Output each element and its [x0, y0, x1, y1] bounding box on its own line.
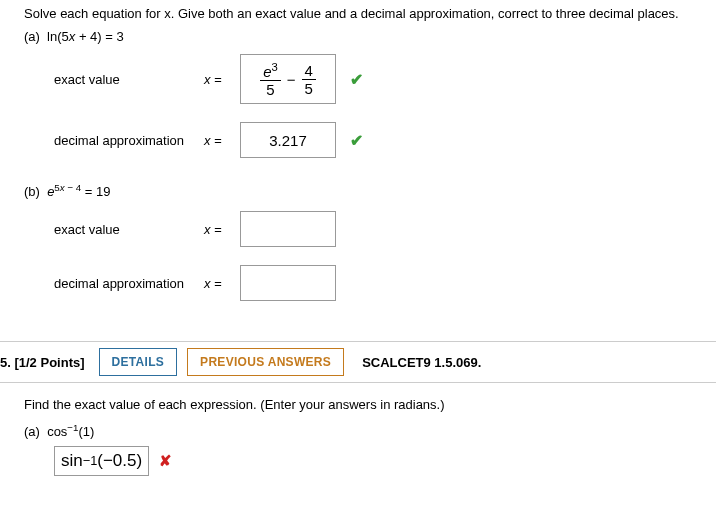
x-equals-4: x =: [204, 276, 240, 291]
part-a-line: (a) ln(5x + 4) = 3: [24, 29, 716, 44]
previous-answers-button[interactable]: PREVIOUS ANSWERS: [187, 348, 344, 376]
part-a-decimal-row: decimal approximation x = 3.217 ✔: [24, 122, 716, 158]
decimal-approx-label-b: decimal approximation: [54, 276, 204, 291]
q5-reference: SCALCET9 1.5.069.: [362, 355, 481, 370]
part-a-exact-row: exact value x = e3 5 − 4 5 ✔: [24, 54, 716, 104]
q5-points: 5. [1/2 Points]: [0, 355, 85, 370]
check-icon: ✔: [350, 70, 363, 89]
part-a-exact-answer[interactable]: e3 5 − 4 5: [240, 54, 336, 104]
check-icon-2: ✔: [350, 131, 363, 150]
part-b-label: (b): [24, 184, 40, 199]
q5-parta-label: (a): [24, 425, 40, 440]
part-a-decimal-answer[interactable]: 3.217: [240, 122, 336, 158]
part-b-line: (b) e5x − 4 = 19: [24, 182, 716, 199]
q4-instruction: Solve each equation for x. Give both an …: [24, 6, 716, 21]
part-b-exact-input[interactable]: [240, 211, 336, 247]
x-equals: x =: [204, 72, 240, 87]
part-b-decimal-input[interactable]: [240, 265, 336, 301]
part-a-label: (a): [24, 29, 40, 44]
details-button[interactable]: DETAILS: [99, 348, 178, 376]
q5-instruction: Find the exact value of each expression.…: [24, 397, 716, 412]
fraction-2: 4 5: [302, 63, 316, 96]
part-b-exact-row: exact value x =: [24, 211, 716, 247]
q5-parta-answer[interactable]: sin−1(−0.5): [54, 446, 149, 476]
decimal-approx-label: decimal approximation: [54, 133, 204, 148]
x-equals-3: x =: [204, 222, 240, 237]
part-b-decimal-row: decimal approximation x =: [24, 265, 716, 301]
exact-value-label-b: exact value: [54, 222, 204, 237]
exact-value-label: exact value: [54, 72, 204, 87]
fraction-1: e3 5: [260, 62, 281, 97]
x-equals-2: x =: [204, 133, 240, 148]
minus-sign: −: [287, 71, 296, 88]
q5-parta-line: (a) cos−1(1): [24, 422, 716, 439]
cross-icon: ✘: [159, 452, 172, 470]
q5-header: 5. [1/2 Points] DETAILS PREVIOUS ANSWERS…: [0, 342, 716, 383]
part-b-exponent: 5x − 4: [54, 182, 81, 193]
